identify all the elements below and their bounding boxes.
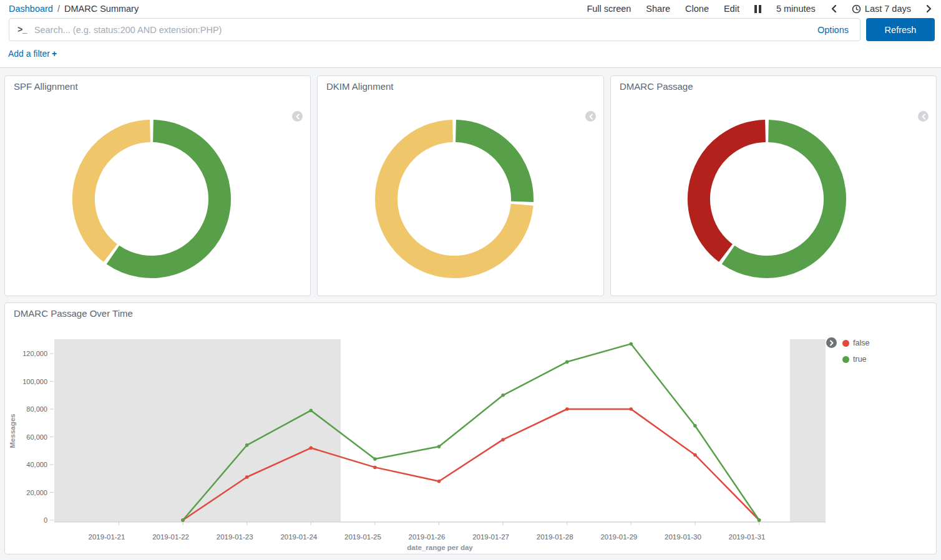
plus-icon: + xyxy=(52,49,57,59)
y-tick-label: 20,000 xyxy=(26,489,47,496)
legend-dot-false xyxy=(842,340,849,347)
data-point-true[interactable] xyxy=(693,424,697,428)
breadcrumb-current: DMARC Summary xyxy=(64,4,139,14)
x-tick-label: 2019-01-31 xyxy=(729,533,766,541)
data-point-false[interactable] xyxy=(565,407,569,411)
time-range-label: Last 7 days xyxy=(865,4,911,14)
breadcrumb: Dashboard / DMARC Summary xyxy=(9,4,139,14)
x-tick-label: 2019-01-30 xyxy=(665,533,701,541)
data-point-false[interactable] xyxy=(373,466,377,470)
legend-toggle-button[interactable] xyxy=(826,337,837,348)
x-tick-label: 2019-01-22 xyxy=(152,533,189,541)
refresh-button[interactable]: Refresh xyxy=(866,18,935,41)
y-tick-label: 40,000 xyxy=(26,461,47,468)
nav-row: Dashboard / DMARC Summary Full screen Sh… xyxy=(0,0,941,16)
x-tick-label: 2019-01-21 xyxy=(89,533,125,541)
panel-title: DKIM Alignment xyxy=(326,81,394,92)
legend-item-true[interactable]: true xyxy=(842,355,867,364)
donut-panel-row: SPF Allignment DKIM Alignment DMARC Pass… xyxy=(4,75,937,296)
legend-label: true xyxy=(853,355,867,364)
legend-item-false[interactable]: false xyxy=(842,339,869,347)
data-point-true[interactable] xyxy=(310,408,313,412)
y-tick-label: 120,000 xyxy=(22,350,47,357)
data-point-true[interactable] xyxy=(437,445,441,448)
data-point-false[interactable] xyxy=(310,447,313,450)
y-tick-label: 80,000 xyxy=(26,405,47,413)
refresh-interval-button[interactable]: 5 minutes xyxy=(776,4,816,14)
donut-slice-red[interactable] xyxy=(699,131,766,253)
donut-slice-green[interactable] xyxy=(456,131,522,201)
data-point-false[interactable] xyxy=(245,475,249,479)
out-of-range-band xyxy=(790,339,826,522)
y-tick-label: 0 xyxy=(44,516,47,524)
data-point-true[interactable] xyxy=(245,443,249,447)
pause-icon[interactable] xyxy=(754,5,761,13)
x-tick-label: 2019-01-23 xyxy=(217,533,253,541)
top-nav-menu: Full screen Share Clone Edit 5 minutes L… xyxy=(587,4,932,14)
data-point-true[interactable] xyxy=(181,518,185,522)
panel-dmarc-over-time: DMARC Passage Over Time 020,00040,00060,… xyxy=(4,302,937,554)
chevron-right-icon[interactable] xyxy=(926,4,932,13)
chevron-left-icon[interactable] xyxy=(831,4,837,13)
y-tick-label: 100,000 xyxy=(22,378,47,385)
x-tick-label: 2019-01-27 xyxy=(472,533,509,541)
breadcrumb-dashboard-link[interactable]: Dashboard xyxy=(9,4,53,14)
legend-dot-true xyxy=(842,356,849,363)
x-tick-label: 2019-01-29 xyxy=(600,533,637,541)
data-point-true[interactable] xyxy=(565,360,569,364)
panel-spf-alignment: SPF Allignment xyxy=(4,75,311,296)
panel-title: DMARC Passage xyxy=(620,81,693,92)
search-input[interactable] xyxy=(34,25,806,35)
x-tick-label: 2019-01-24 xyxy=(280,533,317,541)
panel-dkim-alignment: DKIM Alignment xyxy=(317,75,604,296)
donut-slice-green[interactable] xyxy=(113,131,220,267)
data-point-false[interactable] xyxy=(693,453,697,457)
add-filter-button[interactable]: Add a filter+ xyxy=(8,49,57,59)
clone-button[interactable]: Clone xyxy=(685,4,709,14)
donut-slice-yellow[interactable] xyxy=(84,131,150,253)
x-axis-title: date_range per day xyxy=(407,544,473,551)
panel-dmarc-passage: DMARC Passage xyxy=(610,75,937,296)
filter-bar: Add a filter+ xyxy=(0,41,941,61)
legend-toggle-button[interactable] xyxy=(585,111,596,122)
data-point-true[interactable] xyxy=(501,393,505,397)
full-screen-button[interactable]: Full screen xyxy=(587,4,631,14)
dmarc-over-time-line-chart[interactable]: 020,00040,00060,00080,000100,000120,0002… xyxy=(5,303,936,553)
legend-toggle-button[interactable] xyxy=(292,111,303,122)
donut-slice-green[interactable] xyxy=(728,131,835,267)
data-point-true[interactable] xyxy=(758,518,761,522)
search-row: >_ Options Refresh xyxy=(0,16,941,41)
dmarc-donut-chart[interactable] xyxy=(680,112,854,286)
terminal-prompt-icon: >_ xyxy=(9,25,34,35)
breadcrumb-separator: / xyxy=(57,4,60,14)
data-point-true[interactable] xyxy=(373,457,377,461)
out-of-range-band xyxy=(54,339,341,522)
dashboard-grid: SPF Allignment DKIM Alignment DMARC Pass… xyxy=(0,68,941,554)
legend-toggle-button[interactable] xyxy=(918,111,929,122)
y-tick-label: 60,000 xyxy=(26,433,47,441)
options-link[interactable]: Options xyxy=(806,25,860,35)
legend-label: false xyxy=(853,339,869,347)
dkim-donut-chart[interactable] xyxy=(367,112,542,286)
clock-icon xyxy=(852,4,861,14)
spf-donut-chart[interactable] xyxy=(64,112,239,286)
time-picker-button[interactable]: Last 7 days xyxy=(852,4,911,14)
x-tick-label: 2019-01-28 xyxy=(537,533,573,541)
share-button[interactable]: Share xyxy=(646,4,670,14)
search-box: >_ Options xyxy=(9,18,861,41)
panel-title: SPF Allignment xyxy=(14,81,78,92)
x-tick-label: 2019-01-26 xyxy=(409,533,446,541)
y-axis-title: Messages xyxy=(9,414,16,448)
data-point-false[interactable] xyxy=(501,438,505,442)
data-point-false[interactable] xyxy=(630,407,633,411)
x-tick-label: 2019-01-25 xyxy=(344,533,381,541)
data-point-true[interactable] xyxy=(630,342,633,346)
top-header: Dashboard / DMARC Summary Full screen Sh… xyxy=(0,0,941,68)
data-point-false[interactable] xyxy=(437,480,441,483)
edit-button[interactable]: Edit xyxy=(724,4,739,14)
